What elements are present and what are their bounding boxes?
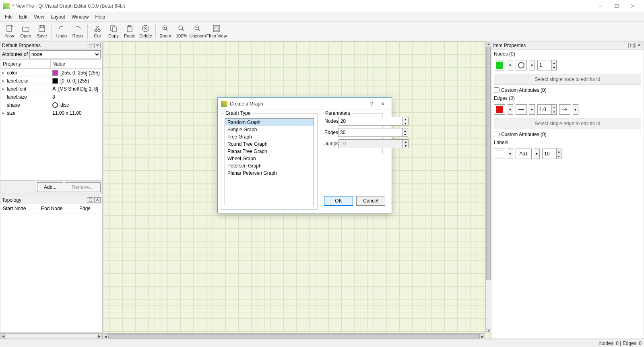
graph-type-item[interactable]: Petersen Graph — [225, 162, 314, 169]
spin-up-icon[interactable]: ▲ — [402, 117, 408, 121]
spin-down-icon[interactable]: ▼ — [402, 132, 408, 136]
graph-type-item[interactable]: Planar Petersen Graph — [225, 169, 314, 177]
spin-down-icon[interactable]: ▼ — [402, 121, 408, 125]
parameters-legend: Parameters — [324, 110, 352, 116]
graph-type-item[interactable]: Tree Graph — [225, 133, 314, 140]
create-graph-dialog: Create a Graph ? ✕ Graph Type Random Gra… — [217, 97, 392, 213]
graph-type-fieldset: Graph Type Random Graph Simple Graph Tre… — [221, 113, 318, 210]
param-jumps-spinner: ▲▼ — [339, 139, 409, 148]
dialog-help-button[interactable]: ? — [366, 99, 377, 109]
spin-down-icon: ▼ — [402, 144, 408, 148]
graph-type-item[interactable]: Simple Graph — [225, 126, 314, 133]
param-edges-spinner[interactable]: ▲▼ — [338, 128, 408, 137]
dialog-backdrop: Create a Graph ? ✕ Graph Type Random Gra… — [0, 0, 644, 347]
spin-up-icon: ▲ — [402, 140, 408, 144]
graph-type-list[interactable]: Random Graph Simple Graph Tree Graph Rou… — [225, 118, 314, 206]
graph-type-item[interactable]: Random Graph — [225, 119, 314, 126]
graph-type-item[interactable]: Wheel Graph — [225, 155, 314, 162]
graph-type-item[interactable]: Round Tree Graph — [225, 140, 314, 148]
graph-type-item[interactable]: Planar Tree Graph — [225, 148, 314, 155]
param-nodes-spinner[interactable]: ▲▼ — [339, 117, 409, 126]
dialog-cancel-button[interactable]: Cancel — [356, 196, 385, 206]
param-nodes-label: Nodes — [324, 118, 339, 124]
dialog-ok-button[interactable]: OK — [324, 196, 353, 206]
spin-up-icon[interactable]: ▲ — [402, 128, 408, 132]
dialog-icon — [221, 101, 227, 107]
dialog-close-button[interactable]: ✕ — [377, 99, 388, 109]
dialog-title: Create a Graph — [230, 101, 366, 107]
parameters-fieldset: Parameters Nodes ▲▼ Edges ▲▼ Jumps ▲▼ — [321, 113, 383, 154]
param-edges-label: Edges — [324, 130, 338, 135]
graph-type-legend: Graph Type — [224, 110, 252, 116]
param-jumps-label: Jumps — [324, 141, 339, 147]
